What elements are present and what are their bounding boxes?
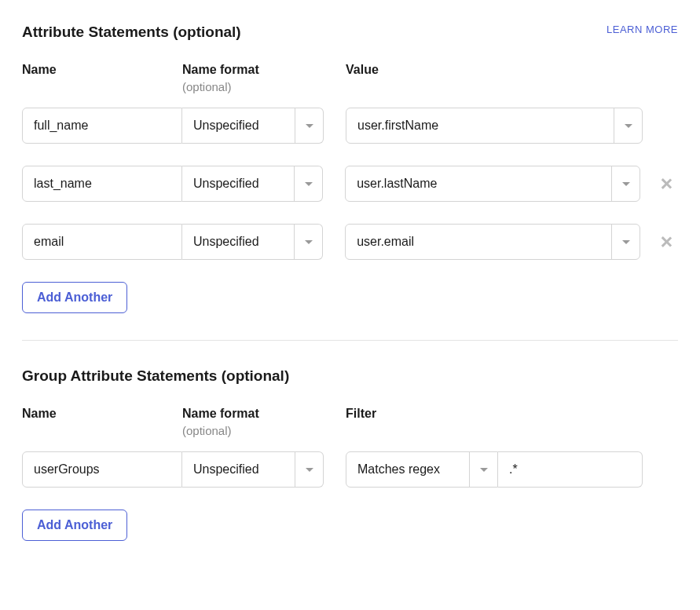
group-section-title: Group Attribute Statements (optional) xyxy=(22,367,289,385)
attribute-value-select[interactable]: user.lastName xyxy=(345,166,640,202)
group-attribute-row: Unspecified Matches regex xyxy=(22,451,678,488)
attribute-format-select[interactable]: Unspecified xyxy=(182,224,323,260)
learn-more-link[interactable]: LEARN MORE xyxy=(607,24,678,35)
value-column-header: Value xyxy=(346,63,643,77)
attribute-format-value: Unspecified xyxy=(193,235,259,249)
attribute-section-header: Attribute Statements (optional) LEARN MO… xyxy=(22,24,678,41)
group-format-column-header: Name format xyxy=(182,407,324,421)
add-group-attribute-button[interactable]: Add Another xyxy=(22,510,127,541)
attribute-format-value: Unspecified xyxy=(193,119,259,133)
attribute-name-input[interactable] xyxy=(22,108,182,144)
section-divider xyxy=(22,340,678,341)
group-filter-type-select[interactable]: Matches regex xyxy=(346,451,498,488)
group-filter-column-header: Filter xyxy=(346,407,643,421)
attribute-format-select[interactable]: Unspecified xyxy=(182,166,323,202)
chevron-down-icon xyxy=(295,452,323,487)
format-column-subheader: (optional) xyxy=(182,80,324,93)
name-column-header: Name xyxy=(22,63,182,77)
chevron-down-icon xyxy=(469,452,497,487)
attribute-value-select[interactable]: user.email xyxy=(345,224,640,260)
group-name-input[interactable] xyxy=(22,451,182,488)
remove-row-button[interactable] xyxy=(654,230,678,254)
remove-row-button[interactable] xyxy=(654,172,678,195)
group-section-header: Group Attribute Statements (optional) xyxy=(22,367,678,385)
group-columns-header: Name Name format (optional) Filter xyxy=(22,407,678,437)
chevron-down-icon xyxy=(614,108,642,143)
chevron-down-icon xyxy=(294,166,322,201)
attribute-value-text: user.email xyxy=(357,235,414,249)
format-column-header: Name format xyxy=(182,63,324,77)
attribute-value-select[interactable]: user.firstName xyxy=(346,108,643,144)
chevron-down-icon xyxy=(295,108,323,143)
close-icon xyxy=(660,177,673,190)
group-format-column-subheader: (optional) xyxy=(182,424,324,437)
attribute-row: Unspecified user.firstName xyxy=(22,108,678,144)
attribute-value-text: user.firstName xyxy=(357,119,438,133)
chevron-down-icon xyxy=(611,225,640,259)
attribute-value-text: user.lastName xyxy=(357,177,437,191)
close-icon xyxy=(660,236,673,248)
attribute-name-input[interactable] xyxy=(22,224,182,260)
group-name-column-header: Name xyxy=(22,407,182,421)
group-format-value: Unspecified xyxy=(193,462,259,477)
chevron-down-icon xyxy=(294,225,322,259)
group-format-select[interactable]: Unspecified xyxy=(182,451,324,488)
attribute-name-input[interactable] xyxy=(22,166,182,202)
attribute-format-value: Unspecified xyxy=(193,177,259,191)
attribute-row: Unspecified user.email xyxy=(22,224,678,260)
attribute-columns-header: Name Name format (optional) Value xyxy=(22,63,678,93)
group-filter-value-input[interactable] xyxy=(498,451,643,488)
attribute-format-select[interactable]: Unspecified xyxy=(182,108,324,144)
group-filter-type-value: Matches regex xyxy=(357,462,440,477)
attribute-section-title: Attribute Statements (optional) xyxy=(22,24,241,41)
chevron-down-icon xyxy=(611,166,640,201)
attribute-row: Unspecified user.lastName xyxy=(22,166,678,202)
add-attribute-button[interactable]: Add Another xyxy=(22,282,127,313)
